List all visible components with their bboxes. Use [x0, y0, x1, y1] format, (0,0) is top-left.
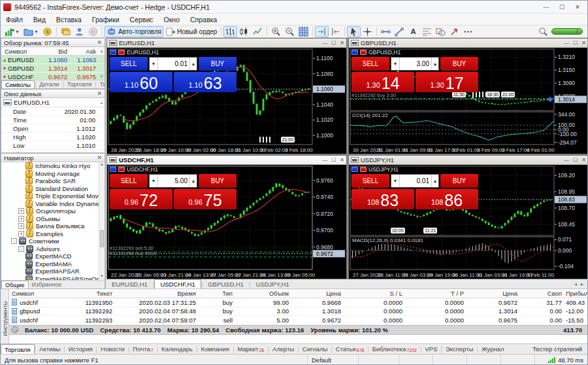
- close-button[interactable]: ✕: [570, 4, 585, 10]
- buy-button[interactable]: BUY: [440, 174, 478, 188]
- data-window-header[interactable]: Окно данных ✕: [1, 90, 105, 98]
- navigator-item[interactable]: Moving Average: [1, 170, 99, 178]
- terminal-tab-4[interactable]: Новости: [97, 344, 128, 354]
- volume-increase-icon[interactable]: ▲: [189, 175, 197, 187]
- menu-Вставка[interactable]: Вставка: [51, 14, 87, 25]
- chart-window-usdchf[interactable]: USDCHF,H1—☐✕0.97600.97400.97200.97000.96…: [106, 155, 347, 279]
- expand-icon[interactable]: +: [18, 223, 24, 229]
- sell-button[interactable]: SELL: [351, 174, 389, 188]
- column-4[interactable]: Тип: [200, 290, 237, 297]
- chart-plot-usdjpy[interactable]: 109.20108.95108.70108.45108.830.0710.000…: [349, 165, 588, 279]
- expand-icon[interactable]: +: [18, 208, 24, 214]
- column-10[interactable]: Своп: [521, 290, 566, 297]
- close-icon[interactable]: ✕: [97, 90, 102, 97]
- buy-price-button[interactable]: 10886: [416, 189, 478, 209]
- terminal-tab-9[interactable]: Алерты: [269, 344, 297, 354]
- volume-stepper[interactable]: ▼3.00▲: [391, 57, 439, 71]
- column-symbol[interactable]: Символ: [1, 48, 41, 55]
- market-watch-button[interactable]: [59, 26, 73, 37]
- market-watch-tab-1[interactable]: Символы: [1, 80, 35, 88]
- zoom-in-button[interactable]: [269, 26, 283, 37]
- volume-decrease-icon[interactable]: ▼: [391, 175, 400, 187]
- maximize-button[interactable]: ☐: [331, 40, 336, 46]
- data-window-row[interactable]: Low1.1010: [1, 141, 105, 150]
- terminal-tab-2[interactable]: Активы: [36, 344, 63, 354]
- terminal-tab-15[interactable]: Журнал: [478, 344, 508, 354]
- scroll-down-icon[interactable]: ▼: [99, 274, 105, 280]
- strategy-tester-button[interactable]: [86, 26, 100, 37]
- market-watch-row-eurusd[interactable]: ▲EURUSD1.10601.1063: [1, 56, 105, 64]
- chart-plot-usdchf[interactable]: 0.97600.97400.97200.97000.96800.967222 J…: [107, 165, 346, 279]
- volume-increase-icon[interactable]: ▲: [189, 58, 197, 70]
- navigator-item[interactable]: Ichimoku Kinko Hyo: [1, 162, 99, 170]
- navigator-tab-2[interactable]: Избранное: [29, 281, 65, 288]
- sell-price-button[interactable]: 1.1060: [110, 72, 172, 92]
- expand-icon[interactable]: +: [18, 231, 24, 237]
- column-bid[interactable]: Bid: [41, 48, 70, 55]
- menu-Справка[interactable]: Справка: [185, 14, 222, 25]
- navigator-item[interactable]: Parabolic SAR: [1, 177, 99, 185]
- candles-chart-button[interactable]: [237, 26, 251, 37]
- volume-decrease-icon[interactable]: ▼: [150, 58, 158, 70]
- market-watch-header[interactable]: Обзор рынка: 07:59:45 ✕: [1, 39, 105, 47]
- volume-stepper[interactable]: ▼5.00▲: [149, 174, 197, 188]
- one-click-blue-icon[interactable]: [351, 167, 358, 172]
- column-9[interactable]: Цена: [468, 290, 521, 297]
- position-row-11391950[interactable]: usdchf113919502020.02.03 17:31:25buy99.0…: [9, 298, 587, 307]
- close-button[interactable]: ✕: [581, 157, 586, 163]
- chart-plot-eurusd[interactable]: 1.11001.10801.10601.10401.10201.10001.10…: [107, 48, 346, 154]
- status-profile[interactable]: Default: [308, 355, 359, 365]
- column-7[interactable]: S / L: [345, 290, 406, 297]
- chart-titlebar[interactable]: GBPUSD,H1—☐✕: [349, 39, 588, 48]
- volume-decrease-icon[interactable]: ▼: [150, 175, 158, 187]
- chart-tab-usdchf[interactable]: USDCHF,H1: [154, 279, 201, 288]
- navigator-item[interactable]: -Советники: [1, 237, 99, 245]
- fibo-button[interactable]: [420, 26, 434, 37]
- volume-stepper[interactable]: ▼0.01▲: [391, 174, 439, 188]
- terminal-tab-12[interactable]: Библиотека7202: [369, 344, 420, 354]
- navigator-item[interactable]: ExpertMAPSAR: [1, 268, 99, 275]
- market-watch-tab-3[interactable]: Торговля: [64, 80, 95, 88]
- sell-button[interactable]: SELL: [110, 57, 148, 71]
- buy-price-button[interactable]: 0.9675: [174, 189, 237, 209]
- navigator-header[interactable]: Навигатор ✕: [1, 154, 105, 162]
- column-1[interactable]: Символ: [9, 290, 60, 297]
- minimize-button[interactable]: —: [539, 4, 553, 10]
- column-3[interactable]: Время: [116, 290, 200, 297]
- chart-titlebar[interactable]: USDJPY,H1—☐✕: [349, 156, 588, 165]
- column-6[interactable]: Цена: [293, 290, 345, 297]
- column-5[interactable]: Объем: [237, 290, 293, 297]
- tile-windows-button[interactable]: [297, 26, 310, 37]
- sell-price-button[interactable]: 10883: [351, 189, 414, 209]
- profiles-button[interactable]: ▼: [22, 26, 41, 37]
- chart-titlebar[interactable]: USDCHF,H1—☐✕: [107, 156, 346, 165]
- scroll-up-icon[interactable]: ▲: [99, 162, 105, 168]
- bars-chart-button[interactable]: [223, 26, 237, 37]
- terminal-tab-6[interactable]: Календарь: [158, 344, 196, 354]
- terminal-tab-8[interactable]: Маркет26: [234, 344, 267, 354]
- scroll-up-icon[interactable]: ▲: [99, 101, 105, 105]
- maximize-button[interactable]: ☐: [555, 4, 569, 10]
- chart-shift-button[interactable]: [329, 26, 342, 37]
- hline-button[interactable]: [379, 26, 393, 37]
- crosshair-button[interactable]: [361, 26, 374, 37]
- minimize-button[interactable]: —: [322, 40, 327, 46]
- data-window-row[interactable]: Open1.1012: [1, 124, 105, 133]
- buy-price-button[interactable]: 1.3017: [416, 72, 478, 92]
- one-click-blue-icon[interactable]: [351, 50, 358, 55]
- column-8[interactable]: T / P: [406, 290, 468, 297]
- chart-window-usdjpy[interactable]: USDJPY,H1—☐✕109.20108.95108.70108.45108.…: [348, 155, 588, 279]
- scroll-right-icon[interactable]: ▸: [581, 281, 583, 287]
- one-click-red-icon[interactable]: [118, 167, 125, 172]
- autoscroll-button[interactable]: [315, 26, 329, 37]
- close-button[interactable]: ✕: [340, 157, 344, 163]
- market-watch-tab-4[interactable]: Тик: [97, 80, 105, 88]
- shapes-button[interactable]: [434, 26, 448, 37]
- text-tool-button[interactable]: A: [406, 26, 420, 37]
- navigator-item[interactable]: +Билла Вильямса: [1, 222, 99, 230]
- arrow-tool-button[interactable]: [448, 26, 461, 37]
- navigator-item[interactable]: +Объемы: [1, 215, 99, 223]
- chart-tab-eurusd[interactable]: EURUSD,H1: [106, 279, 153, 288]
- collapse-icon[interactable]: -: [11, 238, 17, 244]
- expand-icon[interactable]: +: [18, 216, 24, 222]
